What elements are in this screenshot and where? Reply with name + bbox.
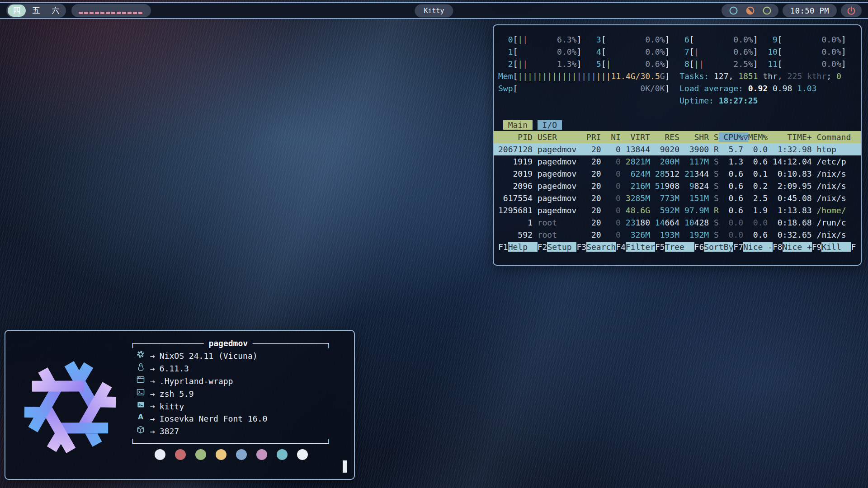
fetch-entry: →.Hyprland-wrapp [130,375,331,387]
fastfetch-window[interactable]: ┌────────────── pagedmov ───────────────… [5,330,355,480]
fkey-f1[interactable]: F1 [498,242,508,252]
window-icon [135,375,146,385]
swap-meter-row: Swp[ 0K/0K] Load average: 0.92 0.98 1.03 [498,82,856,94]
status-icons-pill [722,4,778,17]
fetch-entry-value: 6.11.3 [160,364,189,373]
fetch-entry: A→Iosevka Nerd Font 16.0 [130,412,331,425]
workspace-item-1[interactable]: 四 [8,5,26,17]
fetch-entry-value: .Hyprland-wrapp [160,376,233,386]
process-row[interactable]: 2019 pagedmov 20 0 624M 28512 21344 S 0.… [498,168,856,180]
htop-window[interactable]: 0[|| 6.3%] 3[ 0.0%] 6[ 0.0%] 9[ 0.0%] 1[… [493,24,862,266]
fetch-hostname: pagedmov [208,338,248,348]
palette-dot-5 [256,449,267,460]
tab-io[interactable]: I/O [538,120,562,130]
workspace-switcher: 四 五 六 [6,4,66,18]
workspace-item-2[interactable]: 五 [27,5,45,17]
fastfetch-info-box: ┌────────────── pagedmov ───────────────… [130,337,331,450]
top-bar: 四 五 六 Kitty 10:50 PM [0,2,868,19]
fkey-f7[interactable]: F7 [733,242,743,252]
desktop: 四 五 六 Kitty 10:50 PM [0,0,868,488]
fkey-label-filter[interactable]: Filter [626,242,655,252]
process-row[interactable]: 1 root 20 0 23180 14664 10428 S 0.0 0.0 … [498,216,856,229]
fkey-f8[interactable]: F8 [773,242,783,252]
nixos-logo [18,355,122,459]
fetch-entry: →3827 [130,425,331,437]
fetch-entry: →zsh 5.9 [130,387,331,400]
process-row[interactable]: 2096 pagedmov 20 0 216M 51908 9824 S 0.6… [498,180,856,192]
fetch-entry-value: NixOS 24.11 (Vicuna) [160,351,258,361]
fetch-title-line: ┌────────────── pagedmov ───────────────… [130,337,331,349]
function-key-bar: F1Help F2Setup F3SearchF4FilterF5Tree F6… [498,241,856,253]
process-row[interactable]: 1919 pagedmov 20 0 2821M 200M 117M S 1.3… [498,155,856,168]
power-icon [845,6,857,16]
memory-meter-row: Mem[|||||||||||||||||||11.4G/30.5G] Task… [498,70,856,82]
fkey-f2[interactable]: F2 [538,242,547,252]
bar-right-cluster: 10:50 PM [722,4,862,17]
tab-main[interactable]: Main [503,120,533,130]
fetch-entry: →kitty [130,400,331,413]
fkey-label-nice[interactable]: Nice - [743,242,773,252]
terminal-icon [135,400,146,410]
fetch-entry: →NixOS 24.11 (Vicuna) [130,349,331,362]
fetch-bottom-line: └───────────────────────────────────────… [130,437,331,450]
sort-column-cpu[interactable]: CPU%▽ [719,132,748,142]
palette-dot-7 [297,449,308,460]
fkey-f5[interactable]: F5 [655,242,665,252]
cpu-meter-row: 2[|| 1.3%] 5[| 0.6%] 8[|| 2.5%] 11[ 0.0%… [498,58,856,70]
teal-circle-icon[interactable] [727,6,739,16]
svg-text:A: A [138,413,144,421]
palette-dot-4 [236,449,247,460]
power-button[interactable] [841,4,862,17]
package-icon [135,425,146,435]
font-icon: A [135,412,146,422]
uptime-row: Uptime: 18:27:25 [498,94,856,107]
green-circle-icon[interactable] [761,6,773,16]
fkey-f4[interactable]: F4 [616,242,626,252]
palette-dot-0 [155,449,165,460]
shell-prompt-icon [135,387,146,397]
music-progress-pill[interactable] [71,4,151,17]
cpu-meter-row: 1[ 0.0%] 4[ 0.0%] 7[| 0.6%] 10[ 0.0%] [498,46,856,58]
palette-dot-2 [195,449,206,460]
fkey-label-nice[interactable]: Nice + [783,242,812,252]
nix-snowflake-icon [135,349,146,359]
tux-icon [135,362,146,372]
process-row[interactable]: 1295681 pagedmov 20 0 48.6G 592M 97.9M R… [498,204,856,216]
fetch-entry-value: 3827 [160,427,179,436]
fkey-label-kill[interactable]: Kill [821,242,851,252]
fkey-label-help[interactable]: Help [508,242,538,252]
fkey-label-tree[interactable]: Tree [665,242,694,252]
active-window-title: Kitty [424,7,444,15]
process-row[interactable]: 617554 pagedmov 20 0 3285M 773M 151M S 0… [498,192,856,204]
orange-circle-icon[interactable] [744,6,756,16]
clock: 10:50 PM [783,4,837,17]
fkey-label-sortby[interactable]: SortBy [704,242,733,252]
fetch-entry: →6.11.3 [130,362,331,375]
terminal-color-palette [155,449,308,460]
fkey-f3[interactable]: F3 [576,242,586,252]
terminal-cursor [343,460,347,473]
process-row[interactable]: 592 root 20 0 326M 193M 192M S 0.0 0.6 0… [498,229,856,241]
palette-dot-6 [277,449,288,460]
fkey-label-setup[interactable]: Setup [547,242,576,252]
spacer-row [498,107,856,119]
fkey-f[interactable]: F [851,242,856,252]
fetch-entry-value: zsh 5.9 [160,389,194,399]
workspace-item-3[interactable]: 六 [47,5,65,17]
process-row[interactable]: 2067128 pagedmov 20 0 13844 9020 3900 R … [494,143,861,155]
palette-dot-1 [175,449,186,460]
htop-tabs: Main I/O [498,119,856,131]
fkey-f6[interactable]: F6 [694,242,704,252]
window-title-pill: Kitty [415,4,453,17]
fkey-f9[interactable]: F9 [812,242,822,252]
htop-screen: 0[|| 6.3%] 3[ 0.0%] 6[ 0.0%] 9[ 0.0%] 1[… [494,25,861,255]
fetch-entry-value: Iosevka Nerd Font 16.0 [160,414,267,423]
cpu-meter-row: 0[|| 6.3%] 3[ 0.0%] 6[ 0.0%] 9[ 0.0%] [498,33,856,46]
palette-dot-3 [216,449,226,460]
fetch-entry-value: kitty [160,401,184,411]
fkey-label-search[interactable]: Search [586,242,616,252]
process-table-header[interactable]: PID USER PRI NI VIRT RES SHR S CPU%▽MEM%… [494,131,861,143]
